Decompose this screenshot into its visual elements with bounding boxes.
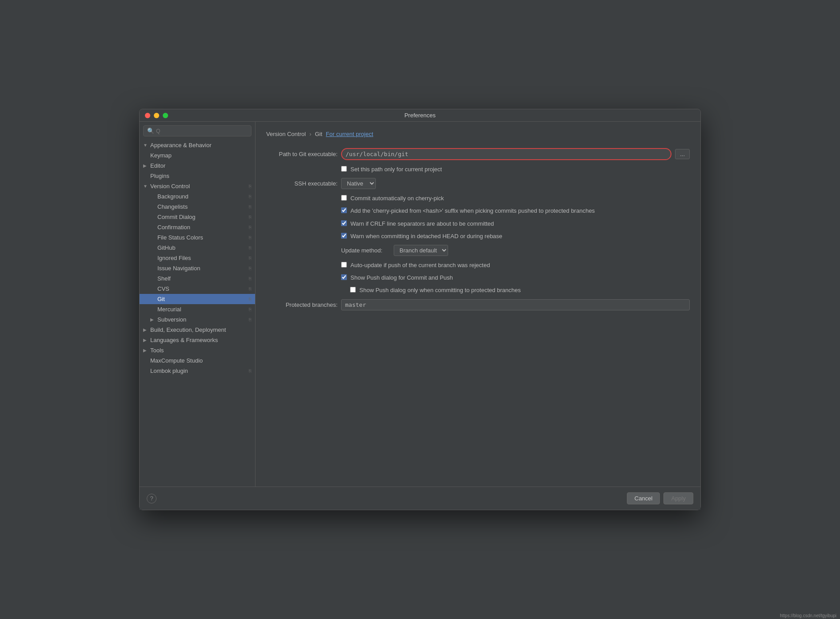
ssh-executable-label: SSH executable:	[266, 180, 338, 187]
commit-auto-row: Commit automatically on cherry-pick	[266, 194, 690, 202]
git-executable-label: Path to Git executable:	[266, 151, 338, 157]
sidebar-item-issue-navigation[interactable]: Issue Navigation⎘	[140, 263, 255, 273]
sidebar-item-editor[interactable]: ▶Editor	[140, 161, 255, 171]
crlf-warn-checkbox[interactable]	[341, 220, 347, 226]
sidebar-item-appearance-behavior[interactable]: ▼Appearance & Behavior	[140, 140, 255, 150]
expand-arrow-subversion: ▶	[150, 317, 156, 322]
protected-branches-label: Protected branches:	[266, 301, 338, 308]
show-push-only-checkbox[interactable]	[350, 287, 356, 293]
detached-head-label: Warn when committing in detached HEAD or…	[350, 232, 502, 240]
update-method-select[interactable]: Branch defaultMergeRebase	[394, 245, 448, 256]
sidebar-item-plugins[interactable]: Plugins	[140, 171, 255, 181]
sidebar-item-confirmation[interactable]: Confirmation⎘	[140, 222, 255, 232]
sidebar-item-github[interactable]: GitHub⎘	[140, 243, 255, 253]
copy-icon-lombok-plugin: ⎘	[249, 368, 251, 373]
search-box[interactable]: 🔍	[143, 125, 251, 136]
sidebar-label-background: Background	[157, 193, 247, 200]
sidebar-label-commit-dialog: Commit Dialog	[157, 214, 247, 220]
sidebar-label-changelists: Changelists	[157, 203, 247, 210]
detached-head-checkbox[interactable]	[341, 233, 347, 239]
sidebar-label-github: GitHub	[157, 244, 247, 251]
copy-icon-ignored-files: ⎘	[249, 256, 251, 260]
footer-right: Cancel Apply	[627, 492, 693, 504]
cherry-pick-checkbox[interactable]	[341, 207, 347, 213]
update-method-label: Update method:	[341, 247, 390, 254]
sidebar-label-appearance-behavior: Appearance & Behavior	[150, 142, 251, 149]
cherry-pick-label: Add the 'cherry-picked from <hash>' suff…	[350, 207, 595, 215]
url-bar: https://blog.csdn.net/tgyibupi	[776, 612, 840, 619]
sidebar-label-version-control: Version Control	[150, 183, 247, 190]
search-input[interactable]	[156, 128, 247, 134]
sidebar-item-shelf[interactable]: Shelf⎘	[140, 273, 255, 284]
breadcrumb-separator: ›	[309, 131, 311, 137]
sidebar-label-editor: Editor	[150, 162, 251, 169]
apply-button[interactable]: Apply	[663, 492, 693, 504]
sidebar-item-build-execution[interactable]: ▶Build, Execution, Deployment	[140, 325, 255, 335]
expand-arrow-editor: ▶	[143, 163, 148, 168]
auto-update-row: Auto-update if push of the current branc…	[266, 261, 690, 269]
auto-update-checkbox[interactable]	[341, 262, 347, 268]
sidebar-label-shelf: Shelf	[157, 275, 247, 282]
footer-left: ?	[147, 494, 156, 503]
git-executable-browse-button[interactable]: ...	[675, 149, 690, 159]
git-executable-input[interactable]	[341, 148, 671, 160]
commit-auto-checkbox[interactable]	[341, 195, 347, 201]
copy-icon-cvs: ⎘	[249, 286, 251, 291]
ssh-executable-select[interactable]: NativeBuilt-in	[341, 178, 376, 189]
sidebar-item-keymap[interactable]: Keymap	[140, 150, 255, 161]
maximize-button[interactable]	[163, 113, 168, 118]
sidebar-label-mercurial: Mercurial	[157, 306, 247, 313]
sidebar-item-maxcompute-studio[interactable]: MaxCompute Studio	[140, 355, 255, 366]
protected-branches-row: Protected branches:	[266, 299, 690, 310]
expand-arrow-build-execution: ▶	[143, 327, 148, 332]
sidebar-item-commit-dialog[interactable]: Commit Dialog⎘	[140, 212, 255, 222]
minimize-button[interactable]	[154, 113, 159, 118]
auto-update-label: Auto-update if push of the current branc…	[350, 261, 490, 269]
sidebar-item-git[interactable]: Git⎘	[140, 294, 255, 304]
copy-icon-changelists: ⎘	[249, 204, 251, 209]
copy-icon-confirmation: ⎘	[249, 225, 251, 230]
window-controls	[145, 113, 168, 118]
sidebar-item-version-control[interactable]: ▼Version Control⎘	[140, 181, 255, 191]
sidebar-item-changelists[interactable]: Changelists⎘	[140, 202, 255, 212]
sidebar-label-maxcompute-studio: MaxCompute Studio	[150, 357, 251, 364]
sidebar-item-file-status-colors[interactable]: File Status Colors⎘	[140, 232, 255, 243]
sidebar-item-tools[interactable]: ▶Tools	[140, 345, 255, 355]
breadcrumb-current: Git	[315, 131, 322, 137]
sidebar-label-tools: Tools	[150, 347, 251, 354]
set-path-checkbox[interactable]	[341, 166, 347, 172]
sidebar-item-cvs[interactable]: CVS⎘	[140, 284, 255, 294]
show-push-dialog-checkbox[interactable]	[341, 274, 347, 280]
update-method-row: Update method: Branch defaultMergeRebase	[266, 245, 690, 256]
sidebar-label-plugins: Plugins	[150, 173, 251, 179]
show-push-only-row: Show Push dialog only when committing to…	[266, 286, 690, 294]
expand-arrow-languages-frameworks: ▶	[143, 338, 148, 343]
expand-arrow-version-control: ▼	[143, 184, 148, 189]
copy-icon-version-control: ⎘	[249, 184, 251, 189]
main-panel: Version Control › Git For current projec…	[255, 122, 700, 487]
breadcrumb-parent: Version Control	[266, 131, 306, 137]
sidebar-item-background[interactable]: Background⎘	[140, 191, 255, 202]
help-button[interactable]: ?	[147, 494, 156, 503]
sidebar-label-subversion: Subversion	[157, 316, 247, 323]
sidebar-label-languages-frameworks: Languages & Frameworks	[150, 337, 251, 343]
sidebar-item-ignored-files[interactable]: Ignored Files⎘	[140, 253, 255, 263]
sidebar-item-lombok-plugin[interactable]: Lombok plugin⎘	[140, 366, 255, 376]
sidebar-item-subversion[interactable]: ▶Subversion⎘	[140, 314, 255, 325]
sidebar-label-cvs: CVS	[157, 285, 247, 292]
copy-icon-shelf: ⎘	[249, 276, 251, 281]
cancel-button[interactable]: Cancel	[627, 492, 660, 504]
breadcrumb-project-link[interactable]: For current project	[326, 131, 373, 137]
sidebar-label-ignored-files: Ignored Files	[157, 255, 247, 261]
sidebar-item-languages-frameworks[interactable]: ▶Languages & Frameworks	[140, 335, 255, 345]
sidebar: 🔍 ▼Appearance & BehaviorKeymap▶EditorPlu…	[140, 122, 255, 487]
copy-icon-git: ⎘	[249, 297, 251, 301]
expand-arrow-tools: ▶	[143, 348, 148, 353]
protected-branches-input[interactable]	[341, 299, 690, 310]
sidebar-items-container: ▼Appearance & BehaviorKeymap▶EditorPlugi…	[140, 140, 255, 376]
sidebar-item-mercurial[interactable]: Mercurial⎘	[140, 304, 255, 314]
titlebar: Preferences	[140, 109, 700, 122]
copy-icon-file-status-colors: ⎘	[249, 235, 251, 240]
copy-icon-background: ⎘	[249, 194, 251, 199]
close-button[interactable]	[145, 113, 150, 118]
